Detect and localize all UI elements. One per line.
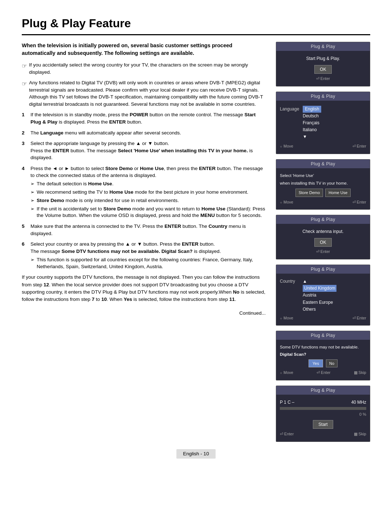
dtv-move-enter: ⬦ Move ⏎ Enter ▦ Skip	[280, 370, 366, 376]
footer-badge: English - 10	[176, 449, 215, 459]
country-enter: ⏎ Enter	[352, 315, 366, 321]
intro-text: When the television is initially powered…	[22, 42, 266, 57]
panel-progress: Plug & Play P 1 C – 40 MHz 0 % Start ⏎ E…	[276, 386, 370, 442]
lang-more: ▼	[303, 134, 307, 139]
step-content-2: The Language menu will automatically app…	[30, 129, 266, 137]
progress-percent: 0 %	[280, 411, 366, 418]
dtv-skip: ▦ Skip	[354, 370, 366, 376]
panel-homeuse-title: Plug & Play	[276, 160, 370, 168]
panel-start-ok[interactable]: OK	[314, 65, 331, 74]
arrow-icon-4b: ➢	[30, 189, 34, 196]
sub-note-text-4b: We recommend setting the TV to Home Use …	[37, 189, 248, 196]
panel-start-enter: ⏎ Enter	[280, 76, 366, 82]
lang-row: Language English Deutsch Français Italia…	[280, 105, 366, 141]
btn-store-demo[interactable]: Store Demo	[295, 189, 323, 197]
page-title: Plug & Play Feature	[22, 15, 370, 35]
note-text-2: Any functions related to Digital TV (DVB…	[29, 79, 266, 108]
sub-note-text-4d: If the unit is accidentally set to Store…	[37, 206, 266, 219]
sub-note-4b: ➢ We recommend setting the TV to Home Us…	[30, 189, 266, 196]
btn-no[interactable]: No	[326, 359, 338, 368]
panel-country-body: Country ▲ United Kingdom Austria Eastern…	[280, 277, 366, 322]
homeuse-line2: when installing this TV in your home.	[280, 180, 366, 186]
sub-note-4c: ➢ Store Demo mode is only intended for u…	[30, 197, 266, 204]
step-4: 4 Press the ◄ or ► button to select Stor…	[22, 165, 266, 219]
sub-note-text-4c: Store Demo mode is only intended for use…	[37, 197, 179, 204]
country-others: Others	[303, 307, 316, 312]
progress-bar-outer	[280, 407, 366, 410]
dtv-enter: ⏎ Enter	[317, 370, 330, 376]
step-num-5: 5	[22, 223, 27, 230]
panel-antenna-ok[interactable]: OK	[314, 238, 331, 247]
btn-start[interactable]: Start	[313, 420, 333, 429]
continued-text: Continued...	[22, 310, 266, 317]
country-list: ▲ United Kingdom Austria Eastern Europe …	[303, 278, 336, 313]
panel-start-title: Plug & Play	[276, 42, 370, 51]
dtv-line1: Some DTV functions may not be available.	[280, 344, 366, 350]
freq-info: 40 MHz	[351, 399, 366, 406]
lang-english[interactable]: English	[303, 106, 321, 113]
panel-language: Plug & Play Language English Deutsch Fra…	[276, 92, 370, 154]
country-up: ▲	[303, 279, 307, 284]
dtv-line2: Digital Scan?	[280, 351, 366, 358]
step-num-4: 4	[22, 165, 27, 172]
homeuse-line1: Select 'Home Use'	[280, 173, 366, 179]
step-content-6: Select your country or area by pressing …	[30, 241, 266, 270]
note-icon-1: ☞	[22, 62, 27, 70]
steps-list: 1 If the television is in standby mode, …	[22, 111, 266, 270]
panel-language-body: Language English Deutsch Français Italia…	[280, 104, 366, 151]
btn-yes[interactable]: Yes	[309, 359, 323, 368]
panel-homeuse: Plug & Play Select 'Home Use' when insta…	[276, 159, 370, 210]
panel-dtv: Plug & Play Some DTV functions may not b…	[276, 331, 370, 380]
step-5: 5 Make sure that the antenna is connecte…	[22, 223, 266, 237]
enter-icon-1: ⏎	[316, 76, 319, 81]
panel-language-title: Plug & Play	[276, 92, 370, 101]
sub-note-6a: ➢ This function is supported for all cou…	[30, 257, 266, 270]
country-label: Country	[280, 278, 300, 285]
body-paragraph: If your country supports the DTV functio…	[22, 274, 266, 303]
step-3: 3 Select the appropriate language by pre…	[22, 140, 266, 161]
lang-italiano: Italiano	[303, 127, 317, 132]
left-column: When the television is initially powered…	[22, 42, 266, 317]
note-2: ☞ Any functions related to Digital TV (D…	[22, 79, 266, 108]
dtv-move: ⬦ Move	[280, 370, 293, 376]
sub-note-4a: ➢ The default selection is Home Use.	[30, 181, 266, 188]
panel-country: Plug & Play Country ▲ United Kingdom Aus…	[276, 265, 370, 326]
sub-note-text-4a: The default selection is Home Use.	[37, 181, 114, 188]
panel-dtv-title: Plug & Play	[276, 331, 370, 340]
panel-progress-body: P 1 C – 40 MHz 0 % Start ⏎ Enter ▦ Skip	[280, 398, 366, 439]
step-content-3: Select the appropriate language by press…	[30, 140, 266, 161]
panel-country-title: Plug & Play	[276, 265, 370, 274]
lang-move: ⬦ Move	[280, 143, 293, 149]
country-uk[interactable]: United Kingdom	[303, 285, 336, 292]
panel-start-message: Start Plug & Play.	[280, 55, 366, 62]
channel-info: P 1 C –	[280, 399, 294, 406]
right-column: Plug & Play Start Plug & Play. OK ⏎ Ente…	[276, 42, 370, 442]
lang-enter: ⏎ Enter	[352, 143, 366, 149]
btn-home-use[interactable]: Home Use	[325, 189, 351, 197]
step-num-1: 1	[22, 111, 27, 118]
panel-antenna: Plug & Play Check antenna input. OK ⏎ En…	[276, 215, 370, 259]
step-num-6: 6	[22, 241, 27, 248]
panel-antenna-title: Plug & Play	[276, 215, 370, 224]
panel-antenna-body: Check antenna input. OK ⏎ Enter	[280, 227, 366, 256]
step-1: 1 If the television is in standby mode, …	[22, 111, 266, 125]
arrow-icon-4a: ➢	[30, 181, 34, 187]
progress-enter-skip: ⏎ Enter ▦ Skip	[280, 431, 366, 437]
homeuse-move-enter: ⬦ Move ⏎ Enter	[280, 199, 366, 205]
sub-note-text-6a: This function is supported for all count…	[37, 257, 266, 270]
page-footer: English - 10	[22, 449, 370, 459]
country-austria: Austria	[303, 293, 316, 298]
lang-deutsch: Deutsch	[303, 113, 319, 118]
homeuse-move: ⬦ Move	[280, 199, 293, 205]
note-1: ☞ If you accidentally select the wrong c…	[22, 61, 266, 76]
country-move: ⬦ Move	[280, 315, 293, 321]
step-content-5: Make sure that the antenna is connected …	[30, 223, 266, 237]
arrow-icon-4d: ➢	[30, 206, 34, 212]
country-eastern: Eastern Europe	[303, 300, 333, 305]
enter-icon-4: ⏎	[316, 249, 319, 254]
step-2: 2 The Language menu will automatically a…	[22, 129, 266, 137]
step-6: 6 Select your country or area by pressin…	[22, 241, 266, 270]
dtv-buttons: Yes No	[280, 359, 366, 368]
arrow-icon-6a: ➢	[30, 257, 34, 263]
panel-homeuse-body: Select 'Home Use' when installing this T…	[280, 171, 366, 207]
